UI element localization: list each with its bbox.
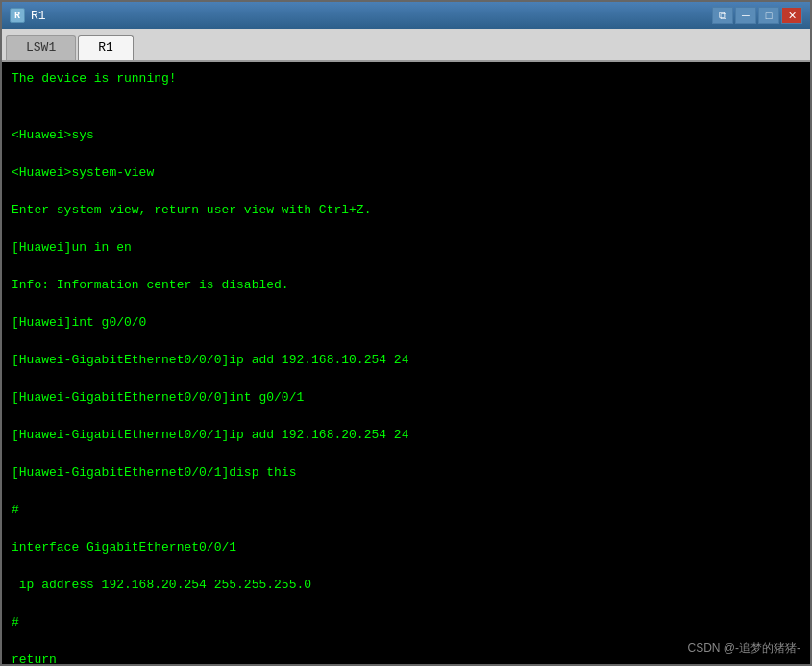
terminal-line: # (12, 613, 800, 632)
watermark: CSDN @-追梦的猪猪- (687, 640, 800, 656)
title-bar-left: R R1 (10, 8, 46, 23)
title-controls: ⧉ ─ □ ✕ (712, 7, 802, 24)
window-icon: R (10, 8, 25, 23)
terminal-line: [Huawei-GigabitEthernet0/0/0]ip add 192.… (12, 351, 800, 370)
title-bar: R R1 ⧉ ─ □ ✕ (2, 2, 810, 29)
terminal-line: <Huawei>sys (12, 126, 800, 145)
terminal-line: [Huawei]un in en (12, 238, 800, 258)
terminal-line: return (12, 651, 800, 665)
terminal-line: The device is running! (12, 69, 800, 88)
maximize-button[interactable]: □ (758, 7, 779, 24)
tab-bar: LSW1 R1 (2, 29, 810, 62)
terminal-line: [Huawei]int g0/0/0 (12, 313, 800, 333)
terminal-line: [Huawei-GigabitEthernet0/0/0]int g0/0/1 (12, 388, 800, 407)
window-title: R1 (31, 9, 46, 23)
main-window: R R1 ⧉ ─ □ ✕ LSW1 R1 The device is runni… (0, 0, 812, 666)
restore-button[interactable]: ⧉ (712, 7, 733, 24)
tab-lsw1[interactable]: LSW1 (6, 35, 76, 60)
terminal-line: Enter system view, return user view with… (12, 201, 800, 220)
terminal-line: [Huawei-GigabitEthernet0/0/1]disp this (12, 463, 800, 482)
terminal-content: The device is running! <Huawei>sys <Huaw… (12, 69, 800, 664)
terminal-line: Info: Information center is disabled. (12, 276, 800, 295)
minimize-button[interactable]: ─ (735, 7, 756, 24)
terminal-line: # (12, 501, 800, 520)
close-button[interactable]: ✕ (781, 7, 802, 24)
terminal-area: The device is running! <Huawei>sys <Huaw… (2, 62, 810, 664)
terminal-line: <Huawei>system-view (12, 163, 800, 183)
terminal-line: interface GigabitEthernet0/0/1 (12, 538, 800, 557)
terminal-line: [Huawei-GigabitEthernet0/0/1]ip add 192.… (12, 426, 800, 445)
terminal-line: ip address 192.168.20.254 255.255.255.0 (12, 576, 800, 595)
tab-r1[interactable]: R1 (78, 35, 134, 60)
